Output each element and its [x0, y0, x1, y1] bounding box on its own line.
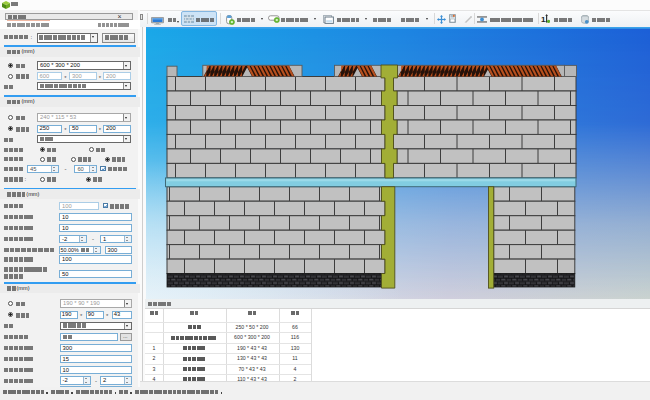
svg-text:1: 1: [541, 15, 546, 24]
